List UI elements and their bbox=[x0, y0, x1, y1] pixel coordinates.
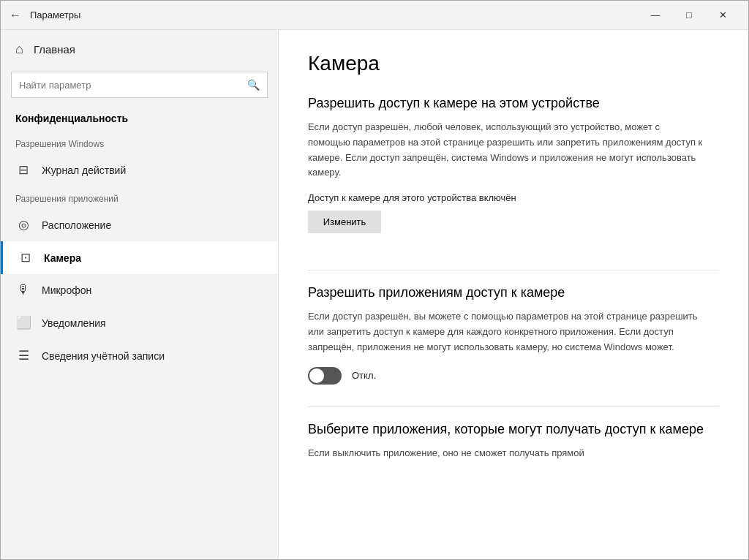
section3-heading: Выберите приложения, которые могут получ… bbox=[308, 422, 719, 437]
titlebar-controls: — □ ✕ bbox=[639, 1, 739, 30]
account-icon: ☰ bbox=[15, 348, 31, 363]
app-permissions-label: Разрешения приложений bbox=[1, 186, 278, 208]
titlebar: ← Параметры — □ ✕ bbox=[1, 1, 748, 30]
section2-heading: Разрешить приложениям доступ к камере bbox=[308, 285, 719, 300]
sidebar: ⌂ Главная 🔍 Конфиденциальность Разрешени… bbox=[1, 30, 279, 559]
sidebar-item-location[interactable]: ◎ Расположение bbox=[1, 208, 278, 241]
toggle-row: Откл. bbox=[308, 367, 719, 385]
sidebar-item-microphone[interactable]: 🎙 Микрофон bbox=[1, 274, 278, 306]
maximize-button[interactable]: □ bbox=[672, 1, 706, 30]
sidebar-item-camera[interactable]: ⊡ Камера bbox=[1, 241, 278, 274]
sidebar-item-camera-label: Камера bbox=[44, 252, 81, 264]
sidebar-item-location-label: Расположение bbox=[42, 219, 111, 231]
sidebar-item-account-label: Сведения учётной записи bbox=[42, 350, 165, 362]
camera-toggle[interactable] bbox=[308, 367, 342, 385]
back-button[interactable]: ← bbox=[10, 9, 21, 22]
page-title: Камера bbox=[308, 52, 719, 75]
search-box[interactable]: 🔍 bbox=[11, 72, 268, 98]
sidebar-home-button[interactable]: ⌂ Главная bbox=[1, 30, 278, 69]
sidebar-item-notifications[interactable]: ⬜ Уведомления bbox=[1, 306, 278, 339]
home-icon: ⌂ bbox=[15, 42, 23, 57]
section-device-access: Разрешить доступ к камере на этом устрой… bbox=[308, 96, 719, 255]
notifications-icon: ⬜ bbox=[15, 315, 31, 330]
section3-desc: Если выключить приложение, оно не сможет… bbox=[308, 446, 703, 461]
windows-permissions-label: Разрешения Windows bbox=[1, 132, 278, 154]
close-button[interactable]: ✕ bbox=[706, 1, 739, 30]
change-button[interactable]: Изменить bbox=[308, 211, 381, 233]
main-layout: ⌂ Главная 🔍 Конфиденциальность Разрешени… bbox=[1, 30, 748, 559]
search-input[interactable] bbox=[19, 80, 247, 91]
section2-desc: Если доступ разрешён, вы можете с помощь… bbox=[308, 309, 703, 355]
sidebar-home-label: Главная bbox=[34, 43, 75, 56]
sidebar-item-account[interactable]: ☰ Сведения учётной записи bbox=[1, 339, 278, 372]
sidebar-item-microphone-label: Микрофон bbox=[42, 284, 91, 296]
content-area: Камера Разрешить доступ к камере на этом… bbox=[279, 30, 748, 559]
search-icon: 🔍 bbox=[247, 79, 260, 91]
section-choose-apps: Выберите приложения, которые могут получ… bbox=[308, 422, 719, 461]
location-icon: ◎ bbox=[15, 217, 31, 232]
titlebar-title: Параметры bbox=[30, 10, 80, 20]
sidebar-item-activity-label: Журнал действий bbox=[42, 164, 126, 176]
section1-heading: Разрешить доступ к камере на этом устрой… bbox=[308, 96, 719, 111]
titlebar-left: ← Параметры bbox=[10, 9, 80, 22]
section1-desc: Если доступ разрешён, любой человек, исп… bbox=[308, 120, 703, 181]
activity-icon: ⊟ bbox=[15, 162, 31, 178]
sidebar-item-notifications-label: Уведомления bbox=[42, 317, 106, 329]
toggle-label: Откл. bbox=[352, 370, 376, 381]
privacy-section-label: Конфиденциальность bbox=[1, 105, 278, 132]
minimize-button[interactable]: — bbox=[639, 1, 672, 30]
camera-icon: ⊡ bbox=[18, 250, 34, 265]
access-status: Доступ к камере для этого устройства вкл… bbox=[308, 192, 719, 203]
divider-1 bbox=[308, 270, 719, 270]
divider-2 bbox=[308, 406, 719, 407]
section-app-access: Разрешить приложениям доступ к камере Ес… bbox=[308, 285, 719, 384]
microphone-icon: 🎙 bbox=[15, 283, 31, 298]
sidebar-item-activity[interactable]: ⊟ Журнал действий bbox=[1, 154, 278, 186]
toggle-knob bbox=[309, 368, 324, 383]
